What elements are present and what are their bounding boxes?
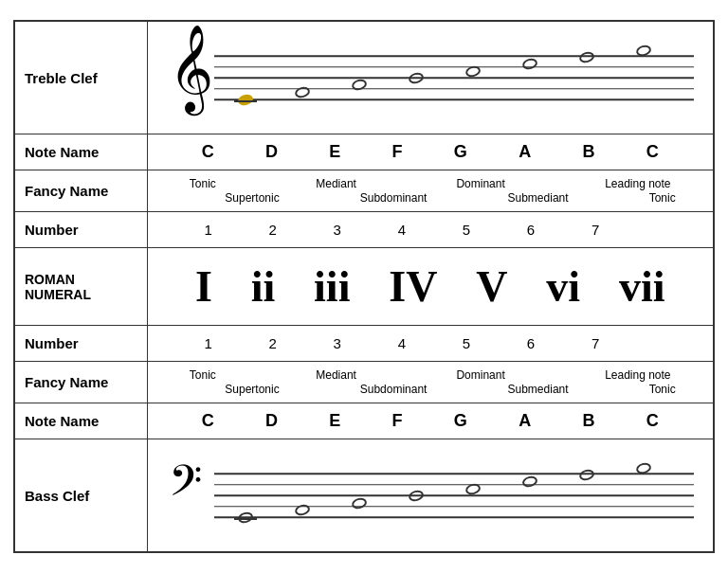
roman-numeral-content: I ii iii IV V vi vii: [147, 248, 714, 326]
treble-clef-staff: 𝄞: [147, 21, 714, 134]
number-label-bottom: Number: [14, 326, 147, 362]
roman-numeral-list: I ii iii IV V vi vii: [157, 252, 704, 321]
bnote-d: D: [265, 411, 278, 431]
main-table: Treble Clef 𝄞: [13, 20, 715, 553]
bass-clef-staff: 𝄢: [147, 439, 714, 553]
num-b3: 3: [334, 335, 341, 351]
fancy-leading: Leading note: [605, 177, 670, 190]
fancy-name-row-top: Fancy Name Tonic Mediant Dominant Leadin…: [14, 170, 714, 212]
fancy-name-label-bottom: Fancy Name: [14, 362, 147, 403]
note-d: D: [265, 142, 278, 162]
fancy-tonic2: Tonic: [649, 191, 676, 205]
fancy-b-mediant: Mediant: [316, 368, 356, 382]
num-b7: 7: [592, 335, 599, 351]
fancy-b-dominant: Dominant: [456, 368, 504, 382]
num-7: 7: [592, 222, 599, 238]
treble-clef-row: Treble Clef 𝄞: [14, 21, 714, 134]
note-c2: C: [646, 142, 659, 162]
bnote-a: A: [519, 411, 531, 431]
note-g: G: [454, 142, 467, 162]
num-b2: 2: [268, 335, 276, 351]
bnote-f: F: [392, 411, 403, 431]
fancy-b-tonic: Tonic: [190, 368, 216, 382]
note-e: E: [329, 142, 340, 162]
roman-numeral-label: ROMANNUMERAL: [14, 248, 147, 326]
bnote-c: C: [202, 411, 214, 431]
note-a: A: [519, 142, 531, 162]
fancy-b-leading: Leading note: [605, 368, 670, 382]
num-b6: 6: [527, 335, 535, 351]
num-4: 4: [398, 222, 406, 238]
note-name-list-top: C D E F G A B C: [157, 138, 704, 166]
treble-staff-lines: [214, 55, 695, 100]
fancy-subdominant: Subdominant: [360, 191, 428, 205]
number-row-top: Number 1 2 3 4 5 6 7: [14, 212, 714, 248]
note-name-content-top: C D E F G A B C: [147, 134, 714, 170]
number-label-top: Number: [14, 212, 147, 248]
note-name-label-bottom: Note Name: [14, 403, 147, 439]
bass-clef-row: Bass Clef 𝄢: [14, 439, 714, 553]
fancy-tonic: Tonic: [190, 177, 216, 190]
note-name-list-bottom: C D E F G A B C: [157, 407, 704, 435]
roman-I: I: [195, 261, 212, 312]
fancy-b-supertonic: Supertonic: [225, 383, 279, 396]
bnote-g: G: [454, 411, 467, 431]
note-name-row-top: Note Name C D E F G A B C: [14, 134, 714, 170]
fancy-mediant: Mediant: [316, 177, 356, 190]
fancy-submediant: Submediant: [508, 191, 569, 205]
note-f: F: [392, 142, 403, 162]
roman-vii: vii: [619, 261, 665, 312]
fancy-dominant: Dominant: [456, 177, 504, 190]
number-content-top: 1 2 3 4 5 6 7: [147, 212, 714, 248]
fancy-name-label-top: Fancy Name: [14, 170, 147, 212]
note-c: C: [202, 142, 214, 162]
number-list-bottom: 1 2 3 4 5 6 7: [157, 330, 704, 357]
num-6: 6: [527, 222, 535, 238]
bass-clef-label: Bass Clef: [14, 439, 147, 553]
roman-ii: ii: [251, 261, 276, 312]
fancy-name-content-bottom: Tonic Mediant Dominant Leading note Supe…: [147, 362, 714, 403]
num-3: 3: [334, 222, 341, 238]
roman-iii: iii: [314, 261, 350, 312]
fancy-name-content-top: Tonic Mediant Dominant Leading note Supe…: [147, 170, 714, 212]
num-2: 2: [268, 222, 276, 238]
roman-V: V: [476, 261, 507, 312]
roman-IV: IV: [389, 261, 437, 312]
num-b5: 5: [463, 335, 470, 351]
fancy-supertonic: Supertonic: [225, 191, 279, 205]
num-1: 1: [204, 222, 211, 238]
number-row-bottom: Number 1 2 3 4 5 6 7: [14, 326, 714, 362]
fancy-b-subdominant: Subdominant: [360, 383, 428, 396]
num-5: 5: [463, 222, 470, 238]
note-name-label-top: Note Name: [14, 134, 147, 170]
treble-clef-label: Treble Clef: [14, 21, 147, 134]
bass-clef-symbol: 𝄢: [169, 460, 202, 512]
num-b1: 1: [204, 335, 211, 351]
bnote-c2: C: [646, 411, 659, 431]
roman-numeral-row: ROMANNUMERAL I ii iii IV V vi vii: [14, 248, 714, 326]
note-name-row-bottom: Note Name C D E F G A B C: [14, 403, 714, 439]
fancy-b-tonic2: Tonic: [649, 383, 676, 396]
number-content-bottom: 1 2 3 4 5 6 7: [147, 326, 714, 362]
treble-clef-symbol: 𝄞: [169, 30, 213, 106]
roman-vi: vi: [546, 261, 580, 312]
fancy-b-submediant: Submediant: [508, 383, 569, 396]
bnote-b: B: [582, 411, 594, 431]
number-list-top: 1 2 3 4 5 6 7: [157, 216, 704, 243]
bnote-e: E: [329, 411, 340, 431]
fancy-name-row-bottom: Fancy Name Tonic Mediant Dominant Leadin…: [14, 362, 714, 403]
note-b: B: [582, 142, 594, 162]
bass-staff-lines: [214, 473, 695, 518]
note-name-content-bottom: C D E F G A B C: [147, 403, 714, 439]
num-b4: 4: [398, 335, 406, 351]
